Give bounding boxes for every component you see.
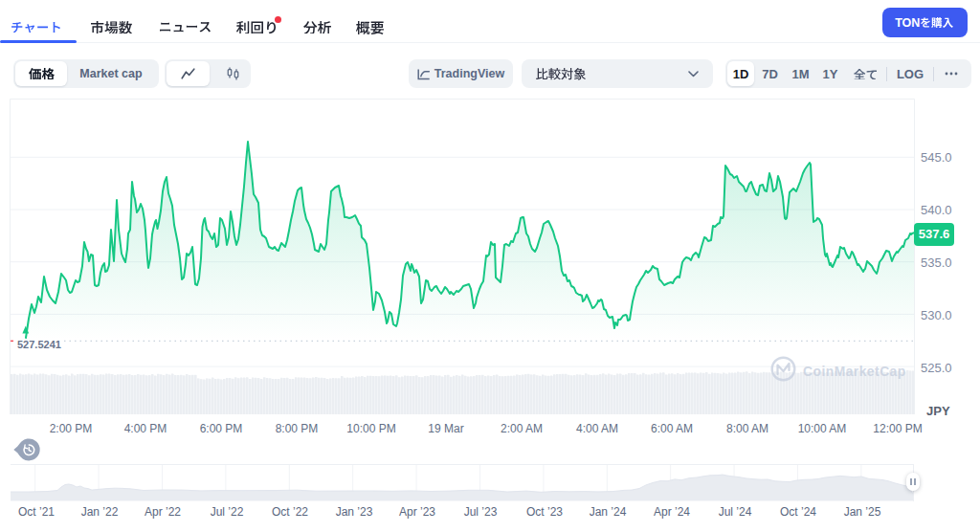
- svg-text:CoinMarketCap: CoinMarketCap: [803, 365, 906, 379]
